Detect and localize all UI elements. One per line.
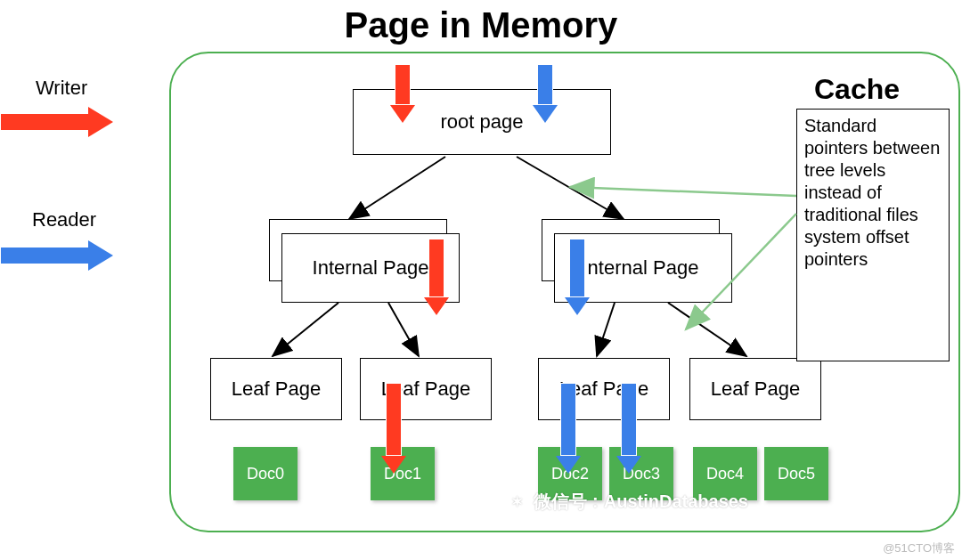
legend-reader-arrow <box>0 240 116 271</box>
reader-arrow-internal <box>567 239 588 315</box>
writer-arrow-root <box>392 64 413 123</box>
reader-arrow-leaf-b <box>618 383 640 474</box>
legend-writer-arrow <box>0 107 116 137</box>
legend-writer-label: Writer <box>36 77 87 100</box>
diagram-title: Page in Memory <box>0 5 962 45</box>
legend-reader-label: Reader <box>32 208 96 231</box>
watermark-value: AustinDatabases <box>604 491 748 512</box>
watermark-label: 微信号 <box>534 490 587 514</box>
doc-5: Doc5 <box>764 447 828 500</box>
reader-arrow-leaf-a <box>558 383 579 474</box>
credit-text: @51CTO博客 <box>883 540 955 556</box>
writer-arrow-leaf <box>383 383 404 474</box>
doc-0: Doc0 <box>233 447 298 500</box>
wechat-icon: ✶ <box>505 491 528 514</box>
cache-description: Standard pointers between tree levels in… <box>796 109 950 361</box>
watermark-sep: : <box>592 491 599 512</box>
reader-arrow-root <box>534 64 556 123</box>
cache-title: Cache <box>814 73 900 106</box>
leaf-page-2: Leaf Page <box>360 358 492 420</box>
watermark: ✶ 微信号 : AustinDatabases <box>505 490 748 514</box>
writer-arrow-internal <box>426 239 447 315</box>
leaf-page-4: Leaf Page <box>689 358 821 420</box>
leaf-page-1: Leaf Page <box>210 358 342 420</box>
